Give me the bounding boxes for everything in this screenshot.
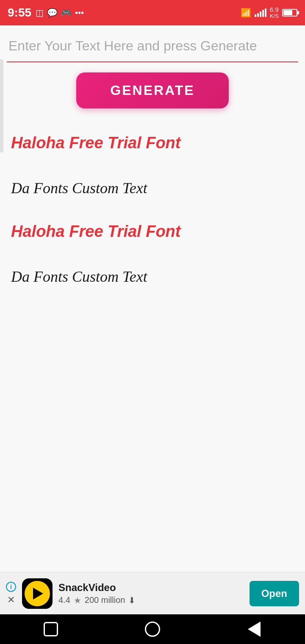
nav-home-button[interactable] (140, 621, 165, 638)
ad-app-icon-inner (25, 581, 50, 606)
ad-download-icon: ⬇ (128, 595, 136, 605)
ad-rating: 4.4 (58, 595, 70, 605)
game-icon: 🎮 (61, 8, 72, 18)
wifi-icon: 📶 (241, 8, 251, 18)
generate-button[interactable]: GENERATE (76, 72, 228, 108)
ad-controls: i ✕ (6, 582, 16, 605)
ad-star-icon: ★ (74, 595, 81, 605)
status-time: 9:55 (8, 6, 31, 19)
font-result-1: Haloha Free Trial Font (11, 125, 298, 161)
generate-button-container: GENERATE (7, 72, 298, 108)
status-icons: ◫ 💬 🎮 ••• (36, 8, 84, 18)
message-icon: ◫ (36, 8, 44, 18)
nav-recents-button[interactable] (38, 621, 64, 638)
status-left: 9:55 ◫ 💬 🎮 ••• (8, 6, 84, 19)
ad-banner: i ✕ SnackVideo 4.4 ★ 200 million ⬇ Open (0, 572, 305, 614)
text-input-container (7, 34, 298, 62)
battery-icon (282, 9, 297, 17)
font-sample-2: Da Fonts Custom Text (11, 258, 298, 294)
signal-bars-icon (255, 8, 266, 17)
status-bar: 9:55 ◫ 💬 🎮 ••• 📶 6.9 K/S (0, 0, 305, 25)
bottom-nav (0, 614, 305, 644)
font-name-2: Haloha Free Trial Font (11, 222, 298, 241)
ad-app-icon (22, 578, 53, 609)
nav-back-icon (248, 622, 261, 637)
ad-info-icon[interactable]: i (6, 582, 16, 592)
more-icon: ••• (75, 8, 84, 18)
ad-info: SnackVideo 4.4 ★ 200 million ⬇ (58, 582, 244, 605)
ad-app-meta: 4.4 ★ 200 million ⬇ (58, 595, 244, 605)
network-speed: 6.9 K/S (270, 6, 279, 19)
ad-close-icon[interactable]: ✕ (7, 594, 15, 605)
chat-icon: 💬 (47, 8, 58, 18)
ad-play-icon (33, 588, 43, 600)
font-sample-text-2: Da Fonts Custom Text (11, 268, 298, 286)
nav-square-icon (44, 622, 58, 636)
font-sample-1: Da Fonts Custom Text (11, 169, 298, 205)
main-content: GENERATE Haloha Free Trial Font Da Fonts… (0, 25, 305, 644)
text-input[interactable] (7, 34, 298, 58)
status-right: 📶 6.9 K/S (241, 6, 297, 19)
font-result-2: Haloha Free Trial Font (11, 214, 298, 249)
nav-back-button[interactable] (241, 621, 267, 638)
font-results: Haloha Free Trial Font Da Fonts Custom T… (7, 125, 298, 294)
font-name-1: Haloha Free Trial Font (11, 134, 298, 152)
font-sample-text-1: Da Fonts Custom Text (11, 179, 298, 197)
ad-app-name: SnackVideo (58, 582, 244, 594)
ad-open-button[interactable]: Open (250, 581, 299, 606)
card-decoration (0, 59, 3, 153)
ad-downloads: 200 million (85, 595, 125, 605)
nav-circle-icon (145, 622, 160, 637)
